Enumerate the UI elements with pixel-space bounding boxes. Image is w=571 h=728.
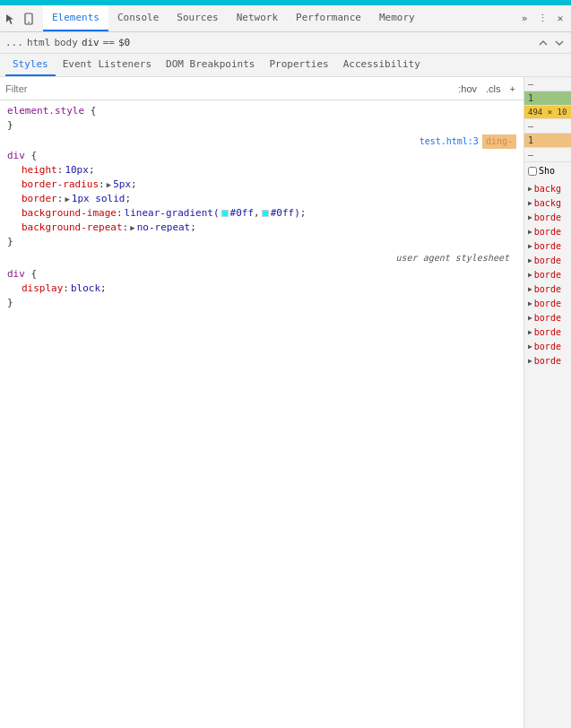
more-tabs-icon[interactable]: » [517, 12, 532, 26]
rule1-close: } [0, 118, 523, 133]
tab-elements[interactable]: Elements [43, 5, 108, 31]
hover-info-text: 494 × 10 [528, 108, 567, 117]
user-agent-label: user agent stylesheet [396, 251, 516, 265]
filter-buttons: :hov .cls + [455, 82, 518, 95]
breadcrumb: ... html body div == $0 [0, 32, 571, 54]
prop-list-item-borde-7[interactable]: ▶ borde [528, 296, 567, 310]
sub-tab-event-listeners[interactable]: Event Listeners [56, 54, 159, 76]
rule3-close: } [0, 296, 523, 310]
cursor-icon[interactable] [4, 12, 18, 26]
prop-list-item-backg-1[interactable]: ▶ backg [528, 181, 567, 195]
prop-list-item-borde-1[interactable]: ▶ borde [528, 210, 567, 224]
prop-list-item-borde-5[interactable]: ▶ borde [528, 267, 567, 282]
rule1-selector: element.style { [0, 104, 523, 118]
expand-background-repeat[interactable]: ▶ [130, 221, 134, 235]
sub-tab-dom-breakpoints[interactable]: DOM Breakpoints [159, 54, 262, 76]
prop-height: height : 10px ; [0, 163, 523, 178]
css-rule-div: test.html:3 ding- div { height : 10px ; … [0, 133, 523, 249]
prop-list-item-borde-9[interactable]: ▶ borde [528, 325, 567, 339]
show-label: Sho [539, 166, 555, 176]
prop-display: display : block ; [0, 282, 523, 296]
prop-list-item-borde-8[interactable]: ▶ borde [528, 310, 567, 325]
rule2-close: } [0, 235, 523, 249]
tab-performance[interactable]: Performance [287, 5, 370, 31]
breadcrumb-ellipsis: ... [5, 37, 23, 48]
css-content: element.style { } test.html:3 ding- div … [0, 100, 523, 728]
prop-list-item-borde-10[interactable]: ▶ borde [528, 339, 567, 353]
filter-input[interactable] [5, 83, 452, 94]
expand-border-radius[interactable]: ▶ [107, 178, 111, 192]
right-dash-1: – [524, 77, 571, 91]
rule3-selector: div { [0, 267, 523, 282]
sub-tab-properties[interactable]: Properties [262, 54, 335, 76]
prop-list-item-borde-11[interactable]: ▶ borde [528, 353, 567, 368]
devtools-header: Elements Console Sources Network Perform… [0, 5, 571, 32]
rule2-selector: div { [0, 149, 523, 163]
right-panel: – 1 494 × 10 – 1 – Sho ▶ backg [524, 77, 571, 728]
breadcrumb-right [537, 37, 566, 49]
breadcrumb-div[interactable]: div [82, 37, 99, 48]
sub-tabs: Styles Event Listeners DOM Breakpoints P… [0, 54, 571, 77]
css-rule-element-style: element.style { } [0, 104, 523, 133]
right-num-2: 1 [524, 134, 571, 148]
header-right-icons: » ⋮ ✕ [517, 12, 567, 26]
hover-info-row: 494 × 10 [524, 106, 571, 119]
prop-border-radius: border-radius : ▶ 5px ; [0, 178, 523, 192]
left-panel: :hov .cls + element.style { } test.html:… [0, 77, 524, 728]
user-agent-source-row: user agent stylesheet [0, 249, 523, 267]
color-swatch-2[interactable] [262, 210, 269, 217]
right-num-1: 1 [524, 91, 571, 106]
rule2-source[interactable]: test.html:3 ding- [0, 133, 523, 149]
header-icon-group [4, 12, 36, 26]
tab-memory[interactable]: Memory [370, 5, 424, 31]
breadcrumb-html[interactable]: html [27, 37, 51, 48]
prop-list: ▶ backg ▶ backg ▶ borde ▶ borde ▶ borde … [524, 179, 571, 369]
expand-border[interactable]: ▶ [65, 192, 69, 206]
equals-sign: == [103, 37, 115, 48]
settings-icon[interactable]: ⋮ [535, 12, 549, 26]
show-checkbox[interactable] [528, 167, 537, 176]
right-dash-2: – [524, 119, 571, 134]
hov-button[interactable]: :hov [455, 82, 480, 95]
mobile-icon[interactable] [22, 12, 36, 26]
color-swatch-1[interactable] [221, 210, 229, 217]
prop-background-image: background-image : linear-gradient( #0ff… [0, 206, 523, 221]
css-rule-user-agent: user agent stylesheet div { display : bl… [0, 249, 523, 310]
prop-list-item-borde-3[interactable]: ▶ borde [528, 238, 567, 253]
tab-sources[interactable]: Sources [168, 5, 227, 31]
add-style-button[interactable]: + [507, 82, 518, 95]
main-tabs: Elements Console Sources Network Perform… [43, 5, 517, 31]
styles-pane: :hov .cls + element.style { } test.html:… [0, 77, 571, 728]
breadcrumb-body[interactable]: body [54, 37, 78, 48]
filter-bar: :hov .cls + [0, 77, 523, 100]
close-icon[interactable]: ✕ [553, 12, 567, 26]
prop-list-item-borde-4[interactable]: ▶ borde [528, 253, 567, 267]
cls-button[interactable]: .cls [483, 82, 504, 95]
scroll-down-icon [553, 37, 566, 49]
tab-console[interactable]: Console [108, 5, 168, 31]
show-row: Sho [524, 162, 571, 179]
sub-tab-accessibility[interactable]: Accessibility [336, 54, 428, 76]
right-dash-3: – [524, 148, 571, 162]
prop-border: border : ▶ 1px solid ; [0, 192, 523, 206]
sub-tab-styles[interactable]: Styles [5, 54, 56, 76]
prop-list-item-borde-2[interactable]: ▶ borde [528, 224, 567, 238]
prop-list-item-backg-2[interactable]: ▶ backg [528, 195, 567, 210]
scroll-up-icon [537, 37, 549, 49]
dollar-zero: $0 [118, 37, 130, 48]
prop-background-repeat: background-repeat : ▶ no-repeat ; [0, 221, 523, 235]
tab-network[interactable]: Network [228, 5, 287, 31]
prop-list-item-borde-6[interactable]: ▶ borde [528, 282, 567, 296]
